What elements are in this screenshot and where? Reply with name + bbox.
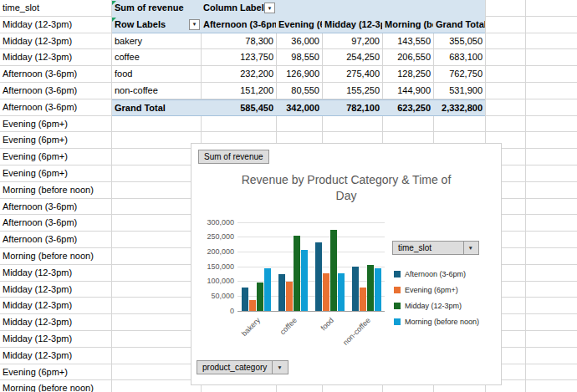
pivot-empty-header-cell[interactable]: [276, 0, 322, 17]
column-a-cell[interactable]: Evening (6pm+): [0, 364, 111, 381]
bar: [278, 274, 285, 311]
column-a-cell[interactable]: Morning (before noon): [0, 380, 111, 392]
column-a-cell[interactable]: Midday (12-3pm): [0, 17, 111, 33]
pivot-table: Sum of revenue Column Labels ▼ Row Label…: [112, 0, 485, 116]
bar: [367, 265, 374, 311]
column-a-cell[interactable]: Midday (12-3pm): [0, 282, 111, 298]
column-a-cell[interactable]: Midday (12-3pm): [0, 348, 111, 364]
bar: [294, 236, 300, 311]
pivot-value-cell[interactable]: 78,300: [201, 33, 276, 50]
pivot-column-header[interactable]: Midday (12-3pm): [322, 17, 382, 33]
pivot-column-header[interactable]: Morning (before noon): [382, 17, 433, 33]
bar: [301, 250, 308, 311]
column-a-cell[interactable]: Midday (12-3pm): [0, 331, 111, 348]
column-a-cell[interactable]: Midday (12-3pm): [0, 298, 111, 314]
pivot-value-cell[interactable]: 531,900: [433, 83, 485, 99]
legend-swatch-icon: [394, 271, 401, 277]
bar: [264, 268, 271, 311]
column-a-cell[interactable]: Midday (12-3pm): [0, 33, 111, 50]
bar: [249, 300, 256, 311]
pivot-value-cell[interactable]: 151,200: [201, 83, 276, 99]
pivot-row-label[interactable]: food: [112, 66, 201, 83]
pivot-column-header[interactable]: Evening (6pm+): [276, 17, 322, 33]
pivot-column-labels-cell[interactable]: Column Labels ▼: [201, 0, 276, 17]
pivot-value-cell[interactable]: 355,050: [433, 33, 485, 50]
column-gridline: [525, 0, 526, 392]
time-slot-column: time_slot Midday (12-3pm)Midday (12-3pm)…: [0, 0, 111, 392]
row-labels-text: Row Labels: [115, 19, 166, 29]
pivot-empty-header-cell[interactable]: [322, 0, 382, 17]
pivot-row-label[interactable]: bakery: [112, 33, 201, 50]
bar: [257, 283, 263, 311]
column-a-header-cell[interactable]: time_slot: [0, 0, 111, 17]
row-labels-filter-button[interactable]: ▼: [189, 19, 200, 30]
pivot-value-cell[interactable]: 123,750: [201, 49, 276, 66]
column-a-cell[interactable]: Afternoon (3-6pm): [0, 199, 111, 216]
pivot-data-row: food232,200126,900275,400128,250762,750: [112, 66, 485, 83]
pivot-column-header[interactable]: Afternoon (3-6pm): [201, 17, 276, 33]
column-a-cell[interactable]: Evening (6pm+): [0, 149, 111, 165]
x-axis-line: [237, 311, 385, 312]
pivot-empty-header-cell[interactable]: [433, 0, 485, 17]
legend-field-button[interactable]: time_slot ▼: [392, 241, 479, 255]
y-axis-label: 100,000: [199, 277, 234, 285]
column-a-cell[interactable]: Afternoon (3-6pm): [0, 215, 111, 232]
pivot-value-cell[interactable]: 143,550: [382, 33, 433, 50]
pivot-value-cell[interactable]: 342,000: [276, 99, 322, 116]
pivot-value-cell[interactable]: 623,250: [382, 99, 433, 116]
column-a-cell[interactable]: Midday (12-3pm): [0, 265, 111, 282]
pivot-value-cell[interactable]: 155,250: [322, 83, 382, 99]
column-labels-filter-button[interactable]: ▼: [264, 3, 275, 13]
pivot-column-header[interactable]: Grand Total: [433, 17, 485, 33]
pivot-value-cell[interactable]: 683,100: [433, 49, 485, 66]
pivot-value-cell[interactable]: 762,750: [433, 66, 485, 83]
bar: [330, 230, 337, 311]
bar-group: [237, 222, 274, 311]
pivot-value-cell[interactable]: 97,200: [322, 33, 382, 50]
pivot-value-cell[interactable]: 144,900: [382, 83, 433, 99]
pivot-value-cell[interactable]: 585,450: [201, 99, 276, 116]
legend-label: Midday (12-3pm): [405, 302, 462, 310]
value-field-button[interactable]: Sum of revenue: [198, 150, 269, 164]
y-axis-label: 250,000: [199, 232, 234, 241]
legend-label: Afternoon (3-6pm): [405, 270, 466, 278]
pivot-value-cell[interactable]: 275,400: [322, 66, 382, 83]
pivot-value-cell[interactable]: 206,550: [382, 49, 433, 66]
column-a-cell[interactable]: Afternoon (3-6pm): [0, 66, 111, 83]
legend-item: Evening (6pm+): [394, 282, 479, 298]
bar: [375, 268, 381, 311]
pivot-row-label[interactable]: coffee: [112, 49, 201, 66]
pivot-empty-header-cell[interactable]: [382, 0, 433, 17]
pivot-value-cell[interactable]: 232,200: [201, 66, 276, 83]
pivot-value-cell[interactable]: 36,000: [276, 33, 322, 50]
column-a-cell[interactable]: Morning (before noon): [0, 182, 111, 199]
pivot-value-cell[interactable]: 126,900: [276, 66, 322, 83]
legend: Afternoon (3-6pm)Evening (6pm+)Midday (1…: [394, 266, 479, 329]
column-a-cell[interactable]: Midday (12-3pm): [0, 314, 111, 331]
spreadsheet: time_slot Midday (12-3pm)Midday (12-3pm)…: [0, 0, 577, 392]
pivot-value-cell[interactable]: 782,100: [322, 99, 382, 116]
pivot-chart[interactable]: Sum of revenue Revenue by Product Catego…: [191, 143, 502, 385]
pivot-row-label[interactable]: Grand Total: [112, 99, 201, 116]
pivot-data-row: bakery78,30036,00097,200143,550355,050: [112, 33, 485, 50]
pivot-value-cell[interactable]: 80,550: [276, 83, 322, 99]
column-a-cell[interactable]: Evening (6pm+): [0, 132, 111, 149]
error-indicator-icon: [112, 1, 116, 5]
column-a-cell[interactable]: Evening (6pm+): [0, 116, 111, 133]
column-a-cell[interactable]: Morning (before noon): [0, 248, 111, 265]
bar: [242, 288, 248, 311]
column-a-cell[interactable]: Afternoon (3-6pm): [0, 232, 111, 248]
pivot-data-row: coffee123,75098,550254,250206,550683,100: [112, 49, 485, 66]
bar-group: [311, 222, 348, 311]
column-a-cell[interactable]: Afternoon (3-6pm): [0, 83, 111, 99]
pivot-row-labels-cell[interactable]: Row Labels ▼: [112, 17, 201, 33]
pivot-value-field-cell[interactable]: Sum of revenue: [112, 0, 201, 17]
column-a-cell[interactable]: Evening (6pm+): [0, 165, 111, 182]
pivot-value-cell[interactable]: 2,332,800: [433, 99, 485, 116]
pivot-value-cell[interactable]: 254,250: [322, 49, 382, 66]
pivot-value-cell[interactable]: 98,550: [276, 49, 322, 66]
column-a-cell[interactable]: Midday (12-3pm): [0, 49, 111, 66]
pivot-value-cell[interactable]: 128,250: [382, 66, 433, 83]
pivot-row-label[interactable]: non-coffee: [112, 83, 201, 99]
column-a-cell[interactable]: Afternoon (3-6pm): [0, 99, 111, 116]
